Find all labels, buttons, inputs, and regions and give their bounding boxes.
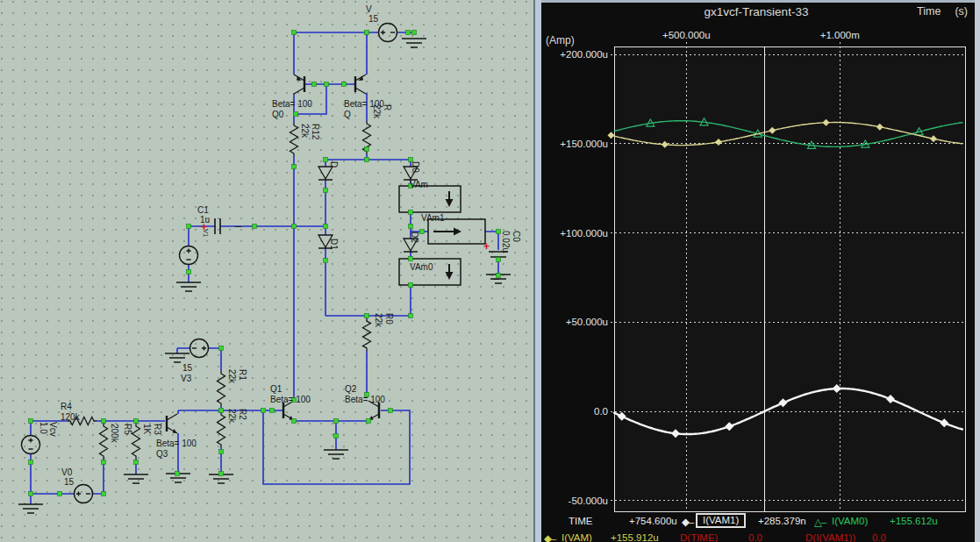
component-label: 22k [227, 409, 237, 424]
component-label: V0 [61, 467, 73, 477]
time-value: +754.600u [629, 516, 677, 526]
component-label: 15 [64, 477, 75, 487]
waveform-plot[interactable]: +200.000u+150.000u+100.000u+50.000u0.0-5… [541, 0, 980, 542]
component-label: Vcv [48, 422, 58, 437]
vam1-value: +285.379n [758, 516, 806, 526]
x-tick-label: +1.000m [820, 30, 860, 40]
schematic-canvas[interactable]: V15Beta= 100Q0Beta= 100Q22kR1222kRC11u+V… [0, 0, 533, 542]
component-label: Beta= 100 [272, 99, 312, 109]
vam1-trace-marker-icon: ◆– [682, 516, 693, 528]
y-tick-label: +50.000u [566, 317, 608, 327]
y-tick-label: +200.000u [560, 49, 608, 60]
component-label: R [383, 104, 392, 111]
component-label: R1 [238, 369, 247, 381]
trace-name-vam1[interactable]: I(VAM1) [696, 513, 746, 528]
component-label: R3 [153, 424, 162, 435]
component-label: D0 [411, 161, 420, 173]
y-tick-label: +100.000u [560, 228, 608, 239]
plot-title: gx1vcf-Transient-33 [638, 5, 875, 18]
x-tick-label: +500.000u [662, 30, 711, 40]
vam-trace-marker-icon: ◆– [544, 532, 555, 542]
x-axis-unit: (s) [955, 5, 968, 18]
component-label: 1.0 [39, 422, 48, 434]
component-label: C1 [197, 205, 209, 215]
window-top-edge [541, 0, 980, 3]
component-label: 200k [110, 424, 119, 444]
y-tick-label: +150.000u [560, 139, 608, 149]
schematic-pane[interactable]: V15Beta= 100Q0Beta= 100Q22kR1222kRC11u+V… [0, 0, 533, 542]
component-label: R2 [238, 409, 247, 420]
time-label: TIME [569, 516, 592, 526]
y-tick-label: 0.0 [594, 406, 608, 417]
component-label: 15 [368, 14, 379, 24]
component-label: D [329, 161, 339, 168]
x-axis-name: Time [917, 5, 941, 18]
component-label: Q1 [270, 384, 283, 394]
component-label: 15 [182, 363, 193, 373]
component-label: Beta= 100 [156, 439, 197, 448]
component-label: Q2 [345, 384, 357, 394]
component-label: Beta= 100 [345, 395, 385, 404]
component-label: V [366, 4, 372, 14]
component-label: Q [344, 110, 351, 119]
component-label: 22k [374, 313, 383, 328]
component-label: R0 [384, 313, 394, 324]
component-label: + [483, 240, 490, 253]
trace-name-vam0[interactable]: I(VAM0) [832, 516, 868, 526]
divam1-label: D(I(VAM1)) [805, 532, 855, 542]
component-label: VAm1 [421, 213, 445, 223]
circuit-simulator-window: V15Beta= 100Q0Beta= 100Q22kR1222kRC11u+V… [0, 0, 980, 542]
component-label: 120k [61, 412, 81, 422]
component-label: 22k [227, 369, 237, 384]
component-label: R12 [311, 124, 320, 140]
vam0-trace-marker-icon: △– [814, 516, 826, 528]
component-label: VAm [410, 180, 428, 189]
component-label: – [493, 272, 500, 285]
component-label: 22k [372, 104, 382, 119]
y-axis-unit-label: (Amp) [546, 34, 575, 46]
dtime-label: D(TIME) [680, 532, 718, 542]
window-right-edge[interactable] [975, 0, 980, 542]
vam-value: +155.912u [611, 532, 659, 542]
component-label: R5 [123, 424, 132, 435]
component-label: Q3 [156, 449, 168, 459]
divam1-value: 0.0 [872, 532, 886, 542]
vam0-value: +155.612u [890, 516, 938, 526]
schematic-grid-background [0, 0, 533, 542]
trace-name-vam[interactable]: I(VAM) [562, 532, 592, 542]
component-label: Beta= 100 [270, 395, 311, 404]
pane-divider[interactable] [533, 0, 541, 542]
component-label: 0.02u [501, 231, 511, 253]
component-label: 22k [300, 124, 310, 139]
component-label: V3 [181, 374, 192, 383]
y-tick-label: -50.000u [569, 496, 608, 506]
waveform-pane: +200.000u+150.000u+100.000u+50.000u0.0-5… [541, 0, 980, 542]
component-label: V1 [202, 229, 210, 237]
component-label: – [235, 219, 242, 232]
component-label: D1 [329, 239, 339, 250]
x-axis-title: Time(s) [917, 5, 968, 18]
plot-border [614, 46, 965, 511]
component-label: R4 [61, 402, 72, 411]
component-label: 1K [142, 424, 152, 435]
component-label: C0 [511, 231, 521, 242]
component-label: VAm0 [410, 262, 433, 272]
dtime-value: 0.0 [748, 532, 762, 542]
component-label: Q0 [272, 110, 284, 119]
component-label: D2 [410, 232, 419, 243]
